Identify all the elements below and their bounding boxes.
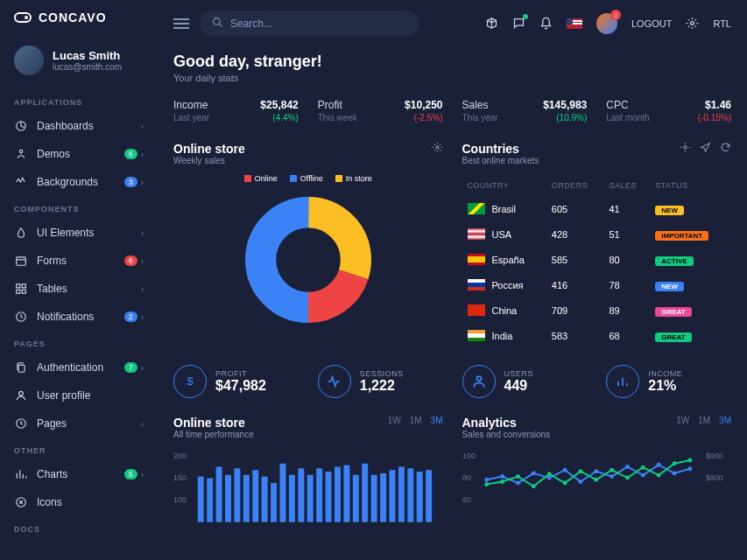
table-row[interactable]: Brasil60541NEW: [464, 197, 730, 220]
svg-point-55: [484, 478, 489, 482]
chevron-right-icon: ›: [141, 256, 144, 266]
calendar-icon: [14, 254, 28, 268]
bar-chart: 200 150 100: [173, 448, 443, 527]
svg-rect-31: [262, 477, 268, 522]
nav-forms[interactable]: Forms6›: [0, 247, 158, 275]
avatar: [14, 46, 44, 75]
stat-item: Sales$145,983This year(10.9%): [462, 99, 588, 122]
svg-point-60: [562, 468, 567, 472]
search-input[interactable]: Search...: [200, 10, 419, 37]
svg-text:$: $: [187, 374, 194, 388]
tab-1w[interactable]: 1W: [676, 416, 689, 425]
nav-dashboards[interactable]: Dashboards›: [0, 112, 158, 140]
chart-legend: Online Offline In store: [173, 174, 443, 183]
badge: 3: [124, 177, 137, 187]
nav-icons[interactable]: Icons: [0, 488, 158, 516]
table-row[interactable]: Россия41678NEW: [464, 273, 730, 297]
badge: 5: [124, 469, 137, 480]
svg-rect-44: [380, 473, 386, 522]
nav-authentication[interactable]: Authentication7›: [0, 354, 158, 382]
card-title: Countries: [462, 142, 539, 156]
flag-icon[interactable]: [567, 18, 582, 29]
svg-rect-8: [18, 365, 25, 372]
card-subtitle: Best online markets: [462, 156, 539, 165]
chevron-right-icon: ›: [141, 228, 144, 238]
svg-rect-32: [271, 483, 277, 522]
svg-rect-47: [407, 468, 413, 522]
card-title: Online store: [173, 142, 245, 156]
tab-3m[interactable]: 3M: [719, 416, 731, 425]
svg-rect-37: [316, 468, 322, 522]
svg-point-75: [578, 469, 582, 473]
svg-rect-33: [280, 464, 286, 522]
nav-notifications[interactable]: Notifications2›: [0, 303, 158, 331]
user-avatar[interactable]: [596, 13, 617, 34]
svg-rect-27: [225, 475, 231, 522]
svg-point-20: [476, 376, 481, 381]
svg-rect-35: [298, 468, 304, 522]
svg-point-70: [500, 480, 504, 484]
svg-rect-38: [326, 472, 332, 522]
table-row[interactable]: España58580ACTIVE: [464, 248, 730, 271]
send-icon[interactable]: [700, 142, 711, 156]
svg-rect-5: [17, 290, 20, 293]
countries-table: COUNTRY ORDERS SALES STATUS Brasil60541N…: [462, 174, 732, 349]
user-block[interactable]: Lucas Smith lucas@smith.com: [0, 38, 158, 89]
nav-userprofile[interactable]: User profile: [0, 382, 158, 410]
gear-icon[interactable]: [432, 142, 443, 156]
svg-rect-25: [207, 478, 213, 522]
bars-icon: [606, 365, 639, 398]
nav-tables[interactable]: Tables›: [0, 275, 158, 303]
message-icon[interactable]: [512, 17, 525, 32]
nav-backgrounds[interactable]: Backgrounds3›: [0, 168, 158, 196]
svg-rect-6: [22, 290, 25, 293]
search-placeholder: Search...: [230, 18, 272, 30]
menu-toggle[interactable]: [173, 18, 189, 29]
sidebar: CONCAVO Lucas Smith lucas@smith.com APPL…: [0, 0, 158, 560]
section-other: OTHER: [0, 438, 158, 460]
chevron-right-icon: ›: [141, 312, 144, 322]
svg-rect-46: [398, 466, 405, 522]
table-row[interactable]: India58368GREAT: [464, 324, 730, 347]
bell-icon[interactable]: [539, 17, 553, 32]
user-icon: [14, 388, 28, 402]
rtl-button[interactable]: RTL: [713, 18, 731, 29]
nav-demos[interactable]: Demos6›: [0, 140, 158, 168]
user-name: Lucas Smith: [53, 49, 122, 62]
svg-rect-41: [353, 475, 359, 522]
svg-point-73: [546, 472, 551, 476]
svg-point-9: [19, 391, 24, 396]
logout-button[interactable]: LOGOUT: [631, 18, 672, 29]
tab-3m[interactable]: 3M: [431, 416, 443, 425]
box-icon[interactable]: [485, 17, 498, 32]
badge: 6: [124, 149, 137, 159]
svg-point-69: [484, 482, 489, 486]
tab-1w[interactable]: 1W: [388, 416, 401, 425]
svg-rect-30: [252, 470, 258, 522]
svg-point-67: [672, 471, 676, 475]
table-row[interactable]: USA42851IMPORTANT: [464, 222, 730, 246]
svg-rect-3: [17, 284, 20, 288]
svg-point-78: [624, 476, 629, 480]
svg-point-13: [691, 21, 694, 24]
brand-logo[interactable]: CONCAVO: [0, 10, 158, 38]
svg-point-57: [516, 481, 520, 486]
nav-charts[interactable]: Charts5›: [0, 460, 158, 488]
svg-point-58: [531, 471, 535, 475]
refresh-icon[interactable]: [720, 142, 731, 156]
online-store-chart-card: Online store All time performance 1W 1M …: [173, 416, 443, 529]
tab-1m[interactable]: 1M: [410, 416, 422, 425]
metrics-row: $PROFIT$47,982SESSIONS1,222USERS449INCOM…: [173, 365, 731, 398]
dashboards-icon: [14, 119, 28, 133]
tab-1m[interactable]: 1M: [698, 416, 710, 425]
nav-uielements[interactable]: UI Elements›: [0, 219, 158, 247]
table-row[interactable]: China70989GREAT: [464, 298, 730, 322]
gear-icon[interactable]: [680, 142, 691, 156]
demos-icon: [14, 147, 28, 161]
svg-point-66: [656, 463, 660, 467]
svg-point-77: [610, 468, 614, 472]
svg-rect-26: [216, 466, 222, 522]
gear-icon[interactable]: [686, 17, 699, 32]
nav-pages[interactable]: Pages›: [0, 410, 158, 438]
stat-item: CPC$1.46Last month(-0.15%): [606, 99, 731, 122]
